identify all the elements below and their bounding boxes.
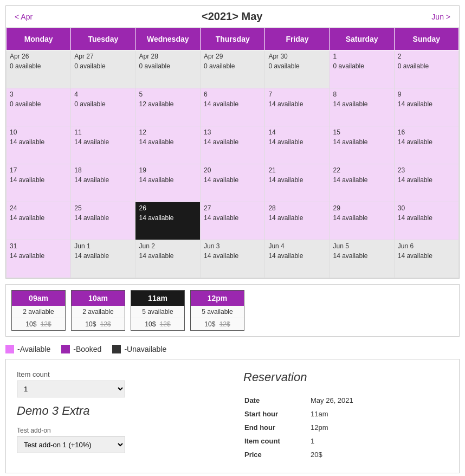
calendar-cell[interactable]: 3114 available xyxy=(7,240,71,278)
weekday-header-row: MondayTuesdayWednesdayThursdayFridaySatu… xyxy=(7,28,459,50)
calendar-container: < Apr <2021> May Jun > MondayTuesdayWedn… xyxy=(5,5,460,279)
calendar-cell[interactable]: Jun 114 available xyxy=(71,240,135,278)
calendar-cell[interactable]: 2014 available xyxy=(201,164,265,202)
cell-availability: 14 available xyxy=(10,252,67,260)
timeslot[interactable]: 11am5 available10$ 12$ xyxy=(131,290,185,331)
calendar-cell[interactable]: 1214 available xyxy=(135,126,201,164)
cell-date: Apr 26 xyxy=(10,53,67,60)
calendar-cell[interactable]: 814 available xyxy=(330,88,394,126)
reservation-field-label: Start hour xyxy=(244,408,309,420)
calendar-cell[interactable]: Apr 290 available xyxy=(201,50,265,88)
calendar-cell[interactable]: 3014 available xyxy=(394,202,458,240)
cell-date: Jun 2 xyxy=(139,242,197,250)
calendar-cell[interactable]: 20 available xyxy=(394,50,458,88)
calendar-cell[interactable]: Jun 214 available xyxy=(135,240,201,278)
timeslot-availability: 5 available xyxy=(131,306,184,318)
calendar-cell[interactable]: 914 available xyxy=(394,88,458,126)
calendar-cell[interactable]: 1914 available xyxy=(135,164,201,202)
cell-availability: 14 available xyxy=(268,138,326,146)
next-month-button[interactable]: Jun > xyxy=(431,12,450,21)
timeslot-current-price: 10$ xyxy=(204,320,217,328)
booked-color-box xyxy=(61,345,70,353)
cell-availability: 14 available xyxy=(398,176,455,184)
timeslot-price: 10$ 12$ xyxy=(191,318,244,330)
reservation-field-value: 1 xyxy=(311,435,447,447)
cell-date: 30 xyxy=(398,204,455,212)
cell-availability: 14 available xyxy=(139,138,197,146)
calendar-cell[interactable]: 1014 available xyxy=(7,126,71,164)
calendar-cell[interactable]: 614 available xyxy=(201,88,265,126)
timeslot[interactable]: 10am2 available10$ 12$ xyxy=(71,290,125,331)
cell-availability: 14 available xyxy=(74,214,132,222)
cell-availability: 0 available xyxy=(204,62,261,70)
calendar-cell[interactable]: 2714 available xyxy=(201,202,265,240)
calendar-cell[interactable]: Jun 414 available xyxy=(265,240,330,278)
calendar-cell[interactable]: 40 available xyxy=(71,88,135,126)
cell-availability: 0 available xyxy=(74,100,132,108)
timeslot-current-price: 10$ xyxy=(85,320,98,328)
calendar-cell[interactable]: 30 available xyxy=(7,88,71,126)
calendar-cell[interactable]: Apr 300 available xyxy=(265,50,330,88)
right-panel: Reservation DateMay 26, 2021Start hour11… xyxy=(243,370,448,462)
calendar-cell[interactable]: 2814 available xyxy=(265,202,330,240)
calendar-cell[interactable]: 1814 available xyxy=(71,164,135,202)
reservation-field-label: Price xyxy=(244,448,309,461)
legend-available: -Available xyxy=(5,345,50,353)
calendar-cell[interactable]: 2414 available xyxy=(7,202,71,240)
calendar-cell[interactable]: 2314 available xyxy=(394,164,458,202)
timeslot[interactable]: 12pm5 available10$ 12$ xyxy=(190,290,244,331)
legend-available-label: -Available xyxy=(17,345,50,353)
calendar-cell[interactable]: 1114 available xyxy=(71,126,135,164)
calendar-cell[interactable]: 2614 available xyxy=(135,202,201,240)
calendar-cell[interactable]: 2214 available xyxy=(330,164,394,202)
timeslots-container: 09am2 available10$ 12$10am2 available10$… xyxy=(5,284,460,337)
addon-label: Test add-on xyxy=(17,427,222,434)
addon-select[interactable]: Test add-on 1 (+10%)Test add-on 2 (+20%) xyxy=(17,436,125,453)
cell-availability: 14 available xyxy=(74,138,132,146)
calendar-cell[interactable]: Apr 260 available xyxy=(7,50,71,88)
calendar-cell[interactable]: 1614 available xyxy=(394,126,458,164)
calendar-cell[interactable]: 1314 available xyxy=(201,126,265,164)
calendar-cell[interactable]: Jun 514 available xyxy=(330,240,394,278)
prev-month-button[interactable]: < Apr xyxy=(15,12,33,21)
cell-date: 20 xyxy=(204,166,261,174)
cell-availability: 14 available xyxy=(268,176,326,184)
cell-date: Apr 30 xyxy=(268,53,326,60)
legend-booked-label: -Booked xyxy=(73,345,101,353)
cell-availability: 0 available xyxy=(74,62,132,70)
calendar-cell[interactable]: 1414 available xyxy=(265,126,330,164)
available-color-box xyxy=(5,345,14,353)
weekday-header: Wednesday xyxy=(135,28,201,50)
calendar-week-row: 30 available40 available512 available614… xyxy=(7,88,459,126)
timeslot-availability: 2 available xyxy=(72,306,125,318)
timeslot-current-price: 10$ xyxy=(25,320,38,328)
cell-date: 5 xyxy=(139,91,197,98)
calendar-cell[interactable]: 2914 available xyxy=(330,202,394,240)
calendar-cell[interactable]: Apr 270 available xyxy=(71,50,135,88)
item-count-select[interactable]: 12345 xyxy=(17,381,125,397)
cell-date: 19 xyxy=(139,166,197,174)
calendar-cell[interactable]: Apr 280 available xyxy=(135,50,201,88)
cell-availability: 14 available xyxy=(204,214,261,222)
calendar-cell[interactable]: Jun 314 available xyxy=(201,240,265,278)
cell-availability: 0 available xyxy=(398,62,455,70)
cell-date: 8 xyxy=(333,91,390,98)
timeslot-current-price: 10$ xyxy=(145,320,157,328)
reservation-row: Start hour11am xyxy=(244,408,447,420)
calendar-cell[interactable]: 714 available xyxy=(265,88,330,126)
timeslot[interactable]: 09am2 available10$ 12$ xyxy=(11,290,66,331)
calendar-week-row: Apr 260 availableApr 270 availableApr 28… xyxy=(7,50,459,88)
calendar-cell[interactable]: Jun 614 available xyxy=(394,240,458,278)
calendar-cell[interactable]: 1514 available xyxy=(330,126,394,164)
cell-date: 7 xyxy=(268,91,326,98)
calendar-cell[interactable]: 10 available xyxy=(330,50,394,88)
cell-availability: 14 available xyxy=(139,176,197,184)
calendar-cell[interactable]: 2114 available xyxy=(265,164,330,202)
cell-date: Jun 6 xyxy=(398,242,455,250)
cell-availability: 14 available xyxy=(204,100,261,108)
calendar-cell[interactable]: 512 available xyxy=(135,88,201,126)
calendar-cell[interactable]: 1714 available xyxy=(7,164,71,202)
reservation-field-label: End hour xyxy=(244,421,309,434)
calendar-cell[interactable]: 2514 available xyxy=(71,202,135,240)
cell-date: Jun 4 xyxy=(268,242,326,250)
